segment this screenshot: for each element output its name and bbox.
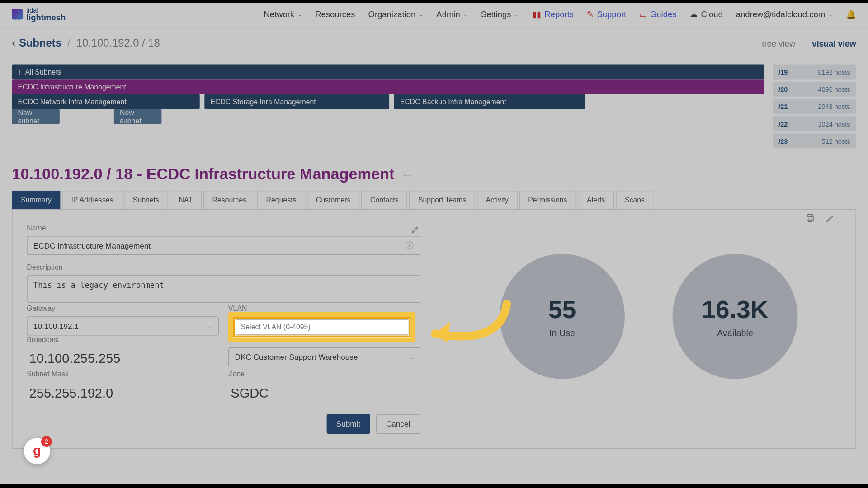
submit-button[interactable]: Submit: [327, 414, 370, 434]
cancel-button[interactable]: Cancel: [376, 414, 420, 434]
more-menu-icon[interactable]: ⋯: [403, 169, 412, 179]
edit-icon[interactable]: [826, 213, 835, 225]
tab-alerts[interactable]: Alerts: [578, 191, 614, 209]
nav-user[interactable]: andrew@tidalcloud.com⌄: [736, 9, 833, 19]
available-value: 16.3K: [702, 295, 769, 324]
top-bar: tidal lightmesh Network⌄ Resources Organ…: [0, 0, 868, 28]
in-use-value: 55: [548, 295, 576, 324]
chevron-down-icon: ⌄: [208, 323, 212, 329]
nav-reports[interactable]: ▮▮Reports: [532, 9, 574, 19]
tree-child-2[interactable]: ECDC Backup Infra Management: [394, 94, 585, 109]
description-label: Description: [27, 263, 420, 272]
view-toggle: tree view visual view: [762, 38, 856, 48]
chevron-down-icon: ⌄: [514, 11, 519, 18]
fab-badge: 2: [41, 436, 52, 447]
fab-letter: g: [33, 443, 41, 459]
notifications-bell[interactable]: 🔔: [846, 9, 856, 19]
in-use-label: In Use: [549, 328, 575, 338]
chevron-down-icon: ⌄: [297, 11, 302, 18]
tab-summary[interactable]: Summary: [12, 191, 60, 209]
nav-admin[interactable]: Admin⌄: [436, 9, 467, 19]
tree-child-1[interactable]: ECDC Storage Inra Management: [204, 94, 389, 109]
cidr-row[interactable]: /204096 hosts: [773, 82, 856, 97]
tab-requests[interactable]: Requests: [257, 191, 305, 209]
cidr-size-list: /198192 hosts /204096 hosts /212048 host…: [773, 64, 856, 148]
logo-icon: [12, 9, 23, 19]
cidr-row[interactable]: /212048 hosts: [773, 99, 856, 114]
usage-stats: 55 In Use 16.3K Available: [456, 224, 841, 434]
in-use-circle: 55 In Use: [500, 254, 625, 379]
edit-name-icon[interactable]: [411, 224, 420, 235]
tab-nat[interactable]: NAT: [170, 191, 202, 209]
chevron-down-icon: ⌄: [463, 11, 468, 18]
tab-resources[interactable]: Resources: [203, 191, 255, 209]
tab-customers[interactable]: Customers: [307, 191, 359, 209]
chevron-down-icon: ⌄: [828, 11, 833, 18]
up-arrow-icon: ↑: [18, 68, 22, 76]
bell-icon: 🔔: [846, 9, 856, 19]
nav-settings[interactable]: Settings⌄: [481, 9, 519, 19]
nav-resources[interactable]: Resources: [315, 9, 355, 19]
chevron-down-icon: ⌄: [419, 11, 424, 18]
print-icon[interactable]: [806, 213, 815, 225]
nav-support[interactable]: ✎Support: [587, 9, 626, 19]
broadcast-label: Broadcast: [27, 335, 219, 343]
tree-view-toggle[interactable]: tree view: [762, 38, 795, 48]
wrench-icon: ✎: [587, 9, 594, 19]
new-subnet-button-2[interactable]: New subnet: [114, 109, 161, 124]
gateway-label: Gateway: [27, 305, 219, 313]
brand-line2: lightmesh: [26, 13, 66, 21]
nav-organization[interactable]: Organization⌄: [368, 9, 424, 19]
brand-logo[interactable]: tidal lightmesh: [12, 7, 66, 21]
vlan-label: VLAN: [228, 305, 420, 313]
cidr-row[interactable]: /198192 hosts: [773, 64, 856, 79]
book-icon: ▭: [639, 9, 647, 19]
breadcrumb-root[interactable]: Subnets: [19, 37, 61, 50]
site-select[interactable]: DKC Customer Support Warehouse⌄: [228, 347, 420, 366]
nav-cloud[interactable]: ☁Cloud: [689, 9, 722, 19]
tab-scans[interactable]: Scans: [616, 191, 654, 209]
nav-guides[interactable]: ▭Guides: [639, 9, 676, 19]
nav-network[interactable]: Network⌄: [264, 9, 302, 19]
top-nav: Network⌄ Resources Organization⌄ Admin⌄ …: [264, 9, 856, 19]
tree-selected-subnet[interactable]: ECDC Infrastructure Management: [12, 79, 764, 94]
breadcrumb-current: 10.100.192.0 / 18: [76, 37, 160, 50]
clear-icon[interactable]: ⓧ: [406, 240, 414, 251]
detail-tabs: Summary IP Addresses Subnets NAT Resourc…: [12, 191, 856, 210]
gateway-select[interactable]: 10.100.192.1⌄: [27, 316, 219, 335]
help-fab[interactable]: g 2: [24, 438, 50, 464]
available-circle: 16.3K Available: [672, 254, 797, 379]
breadcrumb-separator: /: [67, 37, 71, 50]
chevron-down-icon: ⌄: [409, 354, 414, 361]
subnet-mask-value: 255.255.192.0: [27, 382, 219, 404]
name-label: Name: [27, 224, 46, 232]
zone-label: Zone: [228, 370, 420, 378]
vlan-highlight: [228, 312, 415, 342]
cidr-row[interactable]: /23512 hosts: [773, 133, 856, 148]
tab-support-teams[interactable]: Support Teams: [409, 191, 475, 209]
back-caret-icon[interactable]: ‹: [12, 37, 15, 50]
subnet-mask-label: Subnet Mask: [27, 370, 219, 378]
annotation-arrow-icon: [417, 298, 513, 363]
description-input[interactable]: [27, 275, 420, 303]
bar-chart-icon: ▮▮: [532, 9, 542, 19]
tree-all-subnets[interactable]: ↑All Subnets: [12, 64, 764, 79]
tab-permissions[interactable]: Permissions: [519, 191, 576, 209]
tab-contacts[interactable]: Contacts: [361, 191, 407, 209]
cloud-icon: ☁: [689, 9, 698, 19]
subnet-tree: ↑All Subnets ECDC Infrastructure Managem…: [12, 64, 764, 148]
available-label: Available: [717, 328, 753, 338]
new-subnet-button-1[interactable]: New subnet: [12, 109, 59, 124]
cidr-row[interactable]: /221024 hosts: [773, 116, 856, 131]
breadcrumb: ‹ Subnets / 10.100.192.0 / 18 tree view …: [0, 28, 868, 58]
vlan-input[interactable]: [236, 319, 408, 335]
page-title: 10.100.192.0 / 18 - ECDC Infrastructure …: [12, 165, 394, 183]
tab-activity[interactable]: Activity: [477, 191, 518, 209]
tab-ip-addresses[interactable]: IP Addresses: [62, 191, 123, 209]
visual-view-toggle[interactable]: visual view: [812, 38, 856, 48]
tree-child-0[interactable]: ECDC Network Infra Management: [12, 94, 199, 109]
tab-subnets[interactable]: Subnets: [124, 191, 168, 209]
zone-value: SGDC: [228, 382, 420, 404]
name-input[interactable]: ECDC Infrastructure Managementⓧ: [27, 236, 420, 255]
svg-rect-0: [808, 215, 813, 217]
